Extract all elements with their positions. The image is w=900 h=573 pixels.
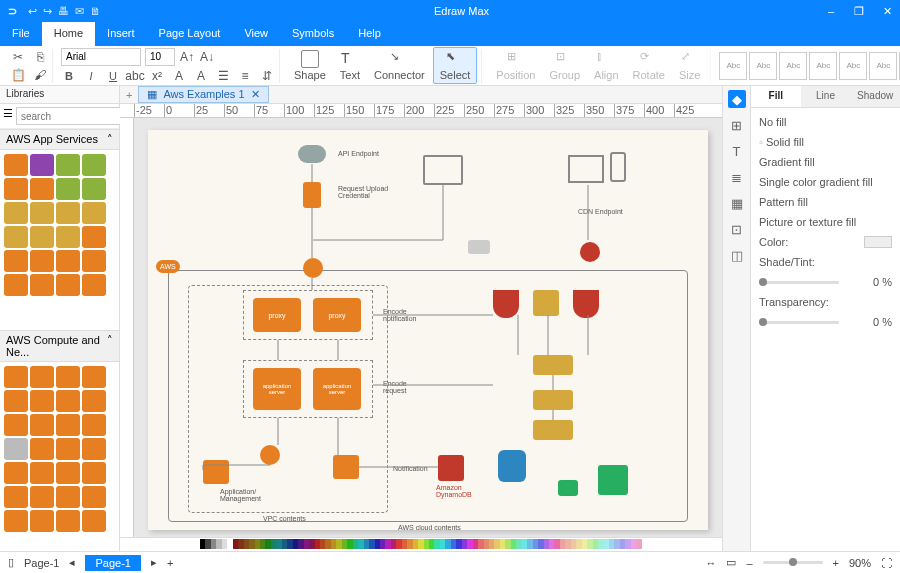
page-prev-icon[interactable]: ◂ bbox=[69, 556, 75, 569]
red-disk-1[interactable] bbox=[493, 290, 519, 318]
appmgmt-node[interactable] bbox=[203, 460, 229, 484]
lib-shape[interactable] bbox=[56, 390, 80, 412]
highlight-icon[interactable]: A bbox=[171, 68, 187, 84]
lib-shape[interactable] bbox=[82, 390, 106, 412]
fill-panel-icon[interactable]: ◆ bbox=[728, 90, 746, 108]
align-icon[interactable]: ≡ bbox=[237, 68, 253, 84]
font-size-input[interactable] bbox=[145, 48, 175, 66]
lib-shape[interactable] bbox=[4, 250, 28, 272]
lib-shape[interactable] bbox=[30, 366, 54, 388]
fill-option-picture[interactable]: Picture or texture fill bbox=[759, 216, 892, 228]
lib-shape[interactable] bbox=[56, 274, 80, 296]
minimize-button[interactable]: – bbox=[818, 5, 844, 18]
lib-shape[interactable] bbox=[82, 414, 106, 436]
theme-swatch[interactable]: Abc bbox=[719, 52, 747, 80]
lib-shape[interactable] bbox=[56, 462, 80, 484]
format-painter-icon[interactable]: 🖌 bbox=[32, 67, 48, 83]
copy-icon[interactable]: ⎘ bbox=[32, 49, 48, 65]
close-tab-icon[interactable]: ✕ bbox=[251, 88, 260, 101]
fit-width-icon[interactable]: ↔ bbox=[705, 557, 716, 569]
redo-icon[interactable]: ↪ bbox=[43, 5, 52, 18]
yellow-stack-2[interactable] bbox=[533, 390, 573, 410]
lib-shape[interactable] bbox=[30, 178, 54, 200]
image-panel-icon[interactable]: ▦ bbox=[728, 194, 746, 212]
theme-swatch[interactable]: Abc bbox=[869, 52, 897, 80]
tab-fill[interactable]: Fill bbox=[751, 86, 801, 107]
cloud-icon[interactable] bbox=[298, 145, 326, 163]
lib-shape[interactable] bbox=[82, 510, 106, 532]
print-icon[interactable]: 🖶 bbox=[58, 5, 69, 18]
chart-panel-icon[interactable]: ◫ bbox=[728, 246, 746, 264]
menu-view[interactable]: View bbox=[232, 22, 280, 46]
size-tool[interactable]: ⤢Size bbox=[673, 48, 706, 83]
lib-shape[interactable] bbox=[56, 154, 80, 176]
lib-shape[interactable] bbox=[4, 274, 28, 296]
lib-shape[interactable] bbox=[4, 154, 28, 176]
connector-panel-icon[interactable]: ⊡ bbox=[728, 220, 746, 238]
theme-swatch[interactable]: Abc bbox=[839, 52, 867, 80]
aws-badge[interactable]: AWS bbox=[156, 260, 180, 273]
lib-shape[interactable] bbox=[30, 462, 54, 484]
font-name-input[interactable] bbox=[61, 48, 141, 66]
lib-shape[interactable] bbox=[82, 462, 106, 484]
lib-shape[interactable] bbox=[56, 202, 80, 224]
lib-shape[interactable] bbox=[56, 366, 80, 388]
doc-tab-aws-examples[interactable]: ▦ Aws Examples 1 ✕ bbox=[138, 86, 268, 103]
distribute-node[interactable] bbox=[303, 258, 323, 278]
paste-icon[interactable]: 📋 bbox=[10, 67, 26, 83]
superscript-icon[interactable]: x² bbox=[149, 68, 165, 84]
distribute-node-2[interactable] bbox=[260, 445, 280, 465]
theme-swatch[interactable]: Abc bbox=[809, 52, 837, 80]
text-panel-icon[interactable]: T bbox=[728, 142, 746, 160]
tab-line[interactable]: Line bbox=[801, 86, 851, 107]
connector-tool[interactable]: ↘Connector bbox=[368, 48, 431, 83]
yellow-stack-1[interactable] bbox=[533, 355, 573, 375]
lib-shape[interactable] bbox=[4, 226, 28, 248]
text-tool[interactable]: TText bbox=[334, 48, 366, 83]
appserver-node-2[interactable]: application server bbox=[313, 368, 361, 410]
red-disk-2[interactable] bbox=[573, 290, 599, 318]
lib-shape[interactable] bbox=[4, 510, 28, 532]
fit-page-icon[interactable]: ▭ bbox=[726, 556, 736, 569]
lib-shape[interactable] bbox=[30, 510, 54, 532]
add-page-icon[interactable]: + bbox=[167, 557, 173, 569]
shade-slider[interactable] bbox=[759, 281, 839, 284]
menu-page-layout[interactable]: Page Layout bbox=[147, 22, 233, 46]
lib-shape[interactable] bbox=[4, 414, 28, 436]
lib-menu-icon[interactable]: ☰ bbox=[3, 107, 13, 125]
appserver-node-1[interactable]: application server bbox=[253, 368, 301, 410]
new-tab-icon[interactable]: + bbox=[120, 89, 138, 101]
font-grow-icon[interactable]: A↑ bbox=[179, 49, 195, 65]
lib-shape[interactable] bbox=[30, 438, 54, 460]
tab-shadow[interactable]: Shadow bbox=[850, 86, 900, 107]
group-tool[interactable]: ⊡Group bbox=[543, 48, 586, 83]
spacing-icon[interactable]: ⇵ bbox=[259, 68, 275, 84]
layers-panel-icon[interactable]: ≣ bbox=[728, 168, 746, 186]
bold-icon[interactable]: B bbox=[61, 68, 77, 84]
lib-shape[interactable] bbox=[4, 438, 28, 460]
lib-shape[interactable] bbox=[4, 366, 28, 388]
page-indicator[interactable]: Page-1 bbox=[24, 557, 59, 569]
lib-shape[interactable] bbox=[56, 250, 80, 272]
lib-shape[interactable] bbox=[82, 202, 106, 224]
desktop-icon[interactable] bbox=[568, 155, 604, 183]
yellow-stack-3[interactable] bbox=[533, 420, 573, 440]
color-bar[interactable] bbox=[120, 537, 722, 551]
fullscreen-icon[interactable]: ⛶ bbox=[881, 557, 892, 569]
fill-option-none[interactable]: No fill bbox=[759, 116, 892, 128]
menu-file[interactable]: File bbox=[0, 22, 42, 46]
strike-icon[interactable]: abc bbox=[127, 68, 143, 84]
lib-shape[interactable] bbox=[56, 486, 80, 508]
menu-symbols[interactable]: Symbols bbox=[280, 22, 346, 46]
zoom-slider[interactable] bbox=[763, 561, 823, 564]
lib-shape[interactable] bbox=[82, 438, 106, 460]
lib-shape[interactable] bbox=[82, 366, 106, 388]
lib-shape[interactable] bbox=[30, 250, 54, 272]
font-shrink-icon[interactable]: A↓ bbox=[199, 49, 215, 65]
upload-node[interactable] bbox=[303, 182, 321, 208]
fill-option-pattern[interactable]: Pattern fill bbox=[759, 196, 892, 208]
color-swatch[interactable] bbox=[864, 236, 892, 248]
green-node-1[interactable] bbox=[558, 480, 578, 496]
lib-shape[interactable] bbox=[4, 486, 28, 508]
lib-shape[interactable] bbox=[30, 486, 54, 508]
